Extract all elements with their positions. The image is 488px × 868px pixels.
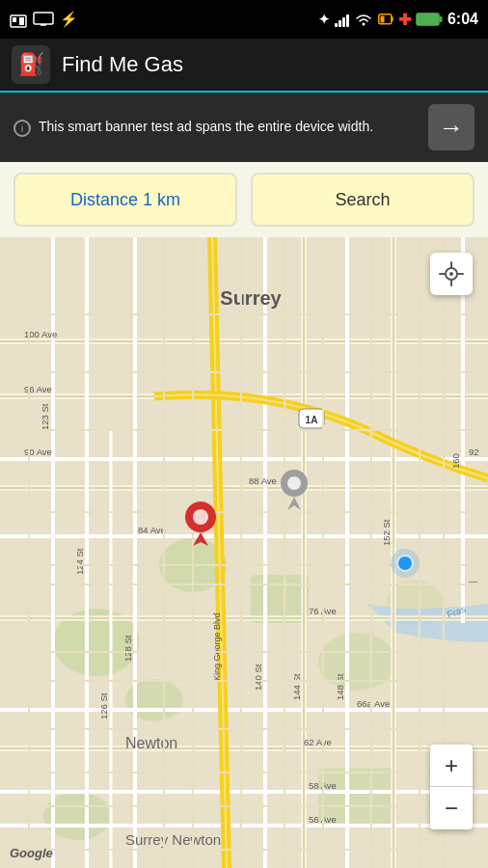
ad-arrow-button[interactable]: → — [428, 104, 474, 150]
map-container[interactable]: 1A 100 Ave 96 Ave 90 Ave 88 Ave 84 Ave 7… — [0, 237, 488, 868]
svg-text:128 St: 128 St — [122, 635, 133, 662]
time-display: 6:04 — [447, 11, 478, 28]
svg-rect-8 — [392, 16, 393, 21]
svg-rect-3 — [34, 13, 53, 24]
store-icon — [10, 11, 27, 28]
app-header: ⛽ Find Me Gas — [0, 39, 488, 93]
svg-text:88 Ave: 88 Ave — [249, 475, 277, 486]
search-button-label: Search — [335, 190, 390, 210]
status-bar: ⚡ ✦ ✚ 6:04 — [0, 0, 488, 39]
signal-icon — [335, 12, 349, 27]
svg-text:Surrey Newton: Surrey Newton — [125, 831, 221, 848]
svg-rect-2 — [19, 17, 24, 25]
zoom-in-icon: + — [445, 752, 458, 779]
zoom-controls: + − — [430, 745, 473, 829]
bluetooth-icon: ✦ — [318, 12, 330, 27]
svg-text:66a Ave: 66a Ave — [357, 698, 390, 709]
ad-arrow-icon: → — [439, 113, 464, 143]
status-left-icons: ⚡ — [10, 11, 78, 28]
zoom-in-button[interactable]: + — [430, 745, 473, 787]
wifi-icon — [354, 12, 373, 27]
svg-text:Newton: Newton — [125, 735, 177, 751]
svg-rect-7 — [380, 16, 384, 23]
cross-icon: ✚ — [398, 11, 411, 29]
status-right-icons: ✦ ✚ 6:04 — [318, 11, 478, 29]
svg-text:140 St: 140 St — [253, 664, 263, 691]
svg-point-98 — [193, 509, 208, 525]
svg-text:160: 160 — [450, 453, 461, 469]
svg-text:126 St: 126 St — [98, 692, 109, 719]
battery-full-icon — [416, 13, 443, 26]
search-button[interactable]: Search — [251, 173, 474, 227]
svg-text:King George Blvd: King George Blvd — [212, 612, 222, 681]
ad-content: i This smart banner test ad spans the en… — [14, 118, 419, 137]
ad-banner: i This smart banner test ad spans the en… — [0, 93, 488, 162]
svg-text:123 St: 123 St — [40, 403, 50, 430]
svg-text:1A: 1A — [306, 415, 318, 425]
battery-warning-icon — [378, 13, 393, 26]
ad-text: This smart banner test ad spans the enti… — [39, 118, 373, 137]
svg-rect-9 — [417, 14, 440, 26]
svg-point-102 — [391, 549, 420, 578]
svg-text:84 Ave: 84 Ave — [138, 525, 166, 535]
google-logo: Google — [10, 846, 53, 860]
app-title: Find Me Gas — [62, 52, 183, 77]
svg-text:92: 92 — [469, 447, 479, 457]
ad-info-icon: i — [14, 120, 31, 137]
svg-rect-10 — [439, 16, 442, 22]
svg-text:Surrey: Surrey — [220, 287, 282, 309]
usb-icon: ⚡ — [60, 11, 78, 28]
app-icon: ⛽ — [12, 45, 50, 84]
zoom-out-icon: − — [445, 795, 458, 822]
distance-button-label: Distance 1 km — [70, 190, 180, 210]
svg-text:148 St: 148 St — [335, 673, 345, 700]
locate-icon — [439, 261, 464, 286]
distance-button[interactable]: Distance 1 km — [14, 173, 237, 227]
zoom-out-button[interactable]: − — [430, 787, 473, 829]
svg-rect-1 — [13, 17, 16, 22]
locate-button[interactable] — [430, 253, 473, 295]
svg-point-100 — [287, 476, 301, 490]
google-logo-text: Google — [10, 846, 53, 860]
app-icon-emoji: ⛽ — [18, 52, 44, 77]
map-svg: 1A 100 Ave 96 Ave 90 Ave 88 Ave 84 Ave 7… — [0, 237, 488, 868]
svg-text:144 St: 144 St — [291, 673, 302, 700]
monitor-icon — [33, 12, 54, 27]
svg-text:124 St: 124 St — [74, 548, 85, 575]
svg-point-104 — [449, 272, 453, 276]
svg-text:152 St: 152 St — [381, 519, 392, 546]
svg-text:62 Ave: 62 Ave — [304, 737, 332, 747]
action-buttons-bar: Distance 1 km Search — [0, 162, 488, 237]
